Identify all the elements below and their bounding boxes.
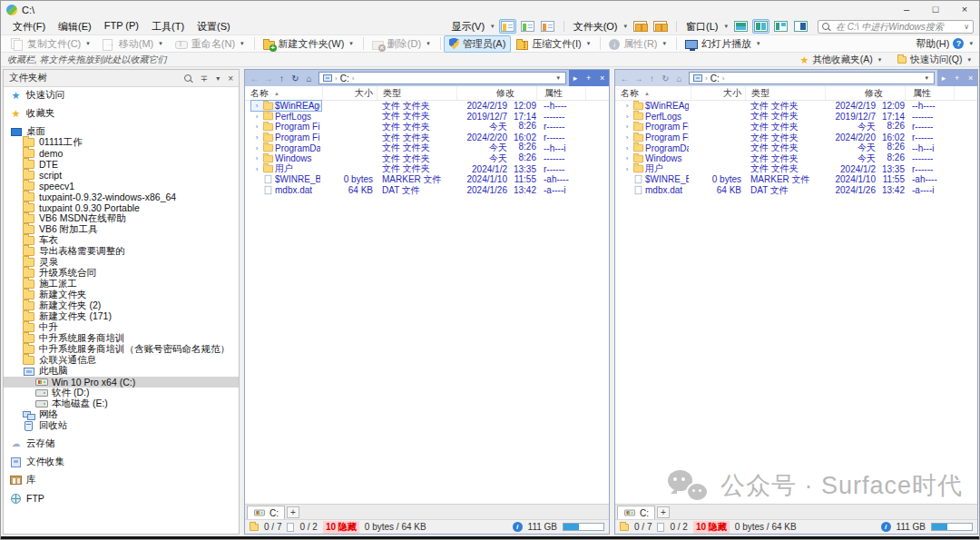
forward-icon[interactable]: → (632, 74, 645, 83)
windows-search-box[interactable]: ∨ (818, 20, 974, 34)
dropdown-icon[interactable]: ▾ (426, 40, 430, 47)
tree-item[interactable]: ★快速访问 (4, 90, 239, 101)
expander-icon[interactable]: › (252, 123, 261, 131)
dropdown-icon[interactable]: ▾ (663, 40, 667, 47)
forward-icon[interactable]: → (261, 74, 275, 83)
help-dropdown-icon[interactable]: ▾ (969, 40, 973, 47)
new-tab-button[interactable]: + (657, 506, 670, 518)
refresh-icon[interactable]: ↻ (289, 74, 302, 83)
menu-item[interactable]: 设置(S) (191, 20, 237, 34)
expander-icon[interactable]: › (252, 144, 261, 152)
home-icon[interactable]: ⌂ (672, 74, 686, 83)
back-icon[interactable]: ← (248, 74, 261, 83)
tree-item[interactable]: Win 10 Pro x64 (C:) (4, 377, 239, 388)
window-menu-dropdown-icon[interactable]: ▾ (724, 23, 728, 30)
view-details-button[interactable] (499, 19, 516, 34)
close-button[interactable]: × (950, 1, 979, 18)
address-dropdown-icon[interactable]: ▾ (556, 74, 560, 82)
tree-item[interactable]: ★收藏夹 (4, 108, 239, 119)
archive-button[interactable]: 压缩文件(I)▾ (511, 35, 597, 53)
hidden-count-badge[interactable]: 10 隐藏 (693, 521, 730, 534)
window-menu[interactable]: 窗口(L) (684, 20, 720, 34)
dropdown-icon[interactable]: ▾ (349, 40, 353, 47)
folders-menu-dropdown-icon[interactable]: ▾ (624, 23, 628, 30)
help-icon[interactable]: ? (953, 38, 964, 49)
refresh-icon[interactable]: ↻ (659, 74, 672, 83)
view-menu[interactable]: 显示(V) (449, 20, 486, 34)
expander-icon[interactable]: › (622, 113, 632, 121)
tree-item[interactable]: 文件收集 (4, 457, 239, 467)
column-header-attrs[interactable]: 属性 (536, 86, 585, 100)
column-header-name[interactable]: 名称 ▲ (615, 86, 691, 100)
tab-c-drive[interactable]: C: (617, 506, 655, 519)
layout-vertical-button[interactable] (752, 19, 769, 34)
tab-c-drive[interactable]: C: (247, 506, 285, 519)
view-tiles-button[interactable] (539, 19, 556, 34)
menu-item[interactable]: FTP (P) (98, 20, 145, 34)
info-icon[interactable]: i (513, 522, 523, 532)
tree-item[interactable]: 此电脑 (4, 366, 239, 377)
menu-item[interactable]: 文件(F) (6, 20, 52, 34)
layout-horizontal-button[interactable] (732, 19, 750, 34)
file-row[interactable]: mdbx.dat64 KBDAT 文件2024/1/2613:42-a----i (245, 185, 609, 196)
menu-item[interactable]: 编辑(E) (52, 20, 98, 34)
tree-item[interactable]: 回收站 (4, 420, 239, 431)
properties-button[interactable]: 属性(R)▾ (603, 35, 673, 53)
tree-item[interactable]: demo (4, 148, 239, 159)
dropdown-icon[interactable]: ▾ (86, 40, 90, 47)
expander-icon[interactable]: › (252, 133, 261, 142)
pane-close-icon[interactable]: × (968, 74, 973, 83)
admin-button[interactable]: 管理员(A) (444, 35, 512, 53)
minimize-button[interactable]: – (892, 1, 921, 18)
tree-item[interactable]: DTE (4, 159, 239, 170)
other-favorites-dropdown-icon[interactable]: ▾ (878, 56, 882, 64)
slideshow-button[interactable]: 幻灯片播放▾ (680, 35, 768, 53)
expander-icon[interactable]: › (622, 165, 632, 173)
expander-icon[interactable]: › (252, 102, 261, 110)
dropdown-icon[interactable]: ▾ (757, 40, 760, 47)
hidden-count-badge[interactable]: 10 隐藏 (323, 521, 359, 534)
search-input[interactable] (834, 21, 960, 33)
address-dropdown-icon[interactable]: ▾ (925, 74, 928, 82)
tree-item[interactable]: 库 (4, 475, 239, 486)
home-icon[interactable]: ⌂ (302, 74, 316, 83)
delete-button[interactable]: 删除(D)▾ (367, 35, 437, 53)
tree-item[interactable]: tuxpaint-0.9.32-windows-x86_64 (4, 191, 239, 202)
move-button[interactable]: 移动(M)▾ (97, 35, 170, 53)
menu-item[interactable]: 工具(T) (145, 20, 191, 34)
breadcrumb-drive[interactable]: C: (340, 74, 349, 83)
tree-item[interactable]: ☁云存储 (4, 438, 239, 449)
new-folder-button[interactable]: 新建文件夹(W)▾ (258, 35, 360, 53)
new-tab-button[interactable]: + (287, 506, 299, 518)
tree-search-icon[interactable] (184, 74, 192, 83)
pane-close-icon[interactable]: × (600, 74, 604, 83)
folders-menu[interactable]: 文件夹(O) (572, 20, 620, 34)
layout-single-button[interactable] (792, 19, 809, 34)
column-header-size[interactable]: 大小 (691, 86, 745, 100)
search-chevron-icon[interactable]: ∨ (964, 23, 969, 31)
folder-pair-button-2[interactable] (652, 19, 669, 34)
dropdown-icon[interactable]: ▾ (240, 40, 244, 47)
tree-item[interactable]: 01111工作 (4, 137, 239, 148)
pane-add-icon[interactable]: + (586, 74, 591, 83)
column-header-size[interactable]: 大小 (322, 86, 377, 100)
up-icon[interactable]: ↑ (275, 74, 289, 83)
tree-item[interactable]: script (4, 170, 239, 181)
address-bar[interactable]: › C: › ▾ (318, 72, 566, 84)
view-list-button[interactable] (519, 19, 536, 34)
column-header-attrs[interactable]: 属性 (905, 86, 954, 100)
expander-icon[interactable]: › (622, 144, 632, 152)
column-header-name[interactable]: 名称 ▲ (245, 86, 322, 100)
layout-tree-button[interactable] (772, 19, 789, 34)
back-icon[interactable]: ← (618, 74, 632, 83)
dropdown-icon[interactable]: ▾ (159, 40, 162, 47)
expander-icon[interactable]: › (622, 102, 632, 110)
rename-button[interactable]: 重命名(N)▾ (170, 35, 251, 53)
maximize-button[interactable]: □ (921, 1, 950, 18)
folder-pair-button-1[interactable] (632, 19, 649, 34)
column-header-modified[interactable]: 修改 (825, 86, 905, 100)
pane-maximize-icon[interactable]: ▸ (942, 74, 946, 83)
tree-collapse-icon[interactable]: ∓ (201, 74, 208, 83)
quick-access-button[interactable]: 快速访问(Q) (910, 54, 962, 66)
expander-icon[interactable]: › (252, 113, 261, 121)
